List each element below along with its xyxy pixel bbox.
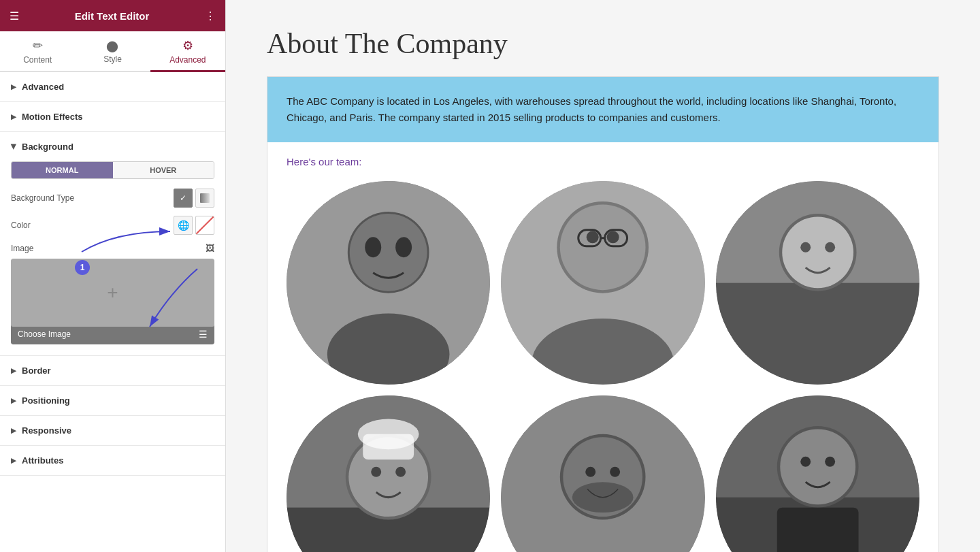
color-clear-btn[interactable] (195, 216, 214, 235)
monitor-icon: 🖼 (206, 243, 214, 253)
section-motion-label: Motion Effects (22, 112, 83, 122)
section-positioning: ▶ Positioning (0, 386, 225, 416)
section-motion: ▶ Motion Effects (0, 102, 225, 132)
main-content: About The Company The ABC Company is loc… (226, 0, 980, 552)
team-member-6-img (716, 395, 919, 552)
hamburger-icon[interactable]: ☰ (10, 10, 19, 22)
blue-banner: The ABC Company is located in Los Angele… (267, 77, 938, 142)
plus-icon: + (107, 282, 118, 304)
svg-rect-44 (777, 508, 858, 552)
team-member-2 (501, 181, 704, 385)
gradient-icon (200, 193, 210, 203)
svg-point-22 (825, 242, 835, 253)
tab-content[interactable]: ✏ Content (0, 31, 75, 72)
team-member-1 (287, 181, 490, 385)
section-responsive: ▶ Responsive (0, 416, 225, 446)
svg-point-7 (395, 237, 412, 257)
color-label: Color (11, 221, 31, 230)
svg-point-13 (607, 231, 619, 243)
team-member-4 (287, 395, 490, 552)
svg-point-27 (371, 467, 381, 477)
bg-type-label: Background Type (11, 193, 74, 203)
section-advanced-header[interactable]: ▶ Advanced (0, 72, 225, 101)
tab-advanced[interactable]: ⚙ Advanced (150, 31, 225, 72)
tab-advanced-label: Advanced (169, 55, 206, 65)
section-attributes-header[interactable]: ▶ Attributes (0, 446, 225, 475)
team-member-5-img (501, 395, 704, 552)
advanced-arrow: ▶ (11, 83, 16, 91)
motion-arrow: ▶ (11, 113, 16, 120)
bg-type-row: Background Type ✓ (11, 189, 214, 208)
image-upload-wrapper: + Choose Image ☰ (11, 259, 214, 344)
color-row: Color 🌐 (11, 216, 214, 235)
grid-icon[interactable]: ⋮ (205, 10, 216, 22)
svg-point-5 (350, 214, 427, 291)
background-content: NORMAL HOVER Background Type ✓ (0, 161, 225, 355)
bg-type-classic-btn[interactable]: ✓ (174, 189, 193, 208)
svg-rect-18 (716, 283, 919, 385)
choose-image-icon: ☰ (199, 329, 208, 340)
section-background-header[interactable]: ▶ Background (0, 132, 225, 161)
content-area: The ABC Company is located in Los Angele… (267, 76, 939, 552)
section-attributes-label: Attributes (22, 455, 63, 466)
bg-tab-hover[interactable]: HOVER (113, 162, 214, 178)
svg-point-20 (782, 216, 853, 288)
svg-point-42 (800, 457, 811, 467)
collapse-handle[interactable]: ◀ (225, 263, 226, 290)
svg-point-28 (395, 467, 406, 477)
bg-tabs: NORMAL HOVER (11, 161, 214, 179)
checkmark-icon: ✓ (180, 193, 186, 203)
section-border: ▶ Border (0, 356, 225, 386)
svg-point-35 (610, 467, 620, 477)
page-title: About The Company (267, 27, 939, 60)
svg-point-41 (780, 429, 855, 505)
tab-content-label: Content (23, 55, 52, 65)
team-member-2-img (501, 181, 704, 385)
section-background: ▶ Background NORMAL HOVER Background Typ… (0, 132, 225, 356)
bg-type-controls: ✓ (174, 189, 214, 208)
panel-tabs: ✏ Content ⬤ Style ⚙ Advanced (0, 31, 225, 72)
section-responsive-label: Responsive (22, 425, 71, 436)
svg-point-43 (825, 457, 835, 467)
team-member-5 (501, 395, 704, 552)
svg-point-34 (586, 467, 596, 477)
section-responsive-header[interactable]: ▶ Responsive (0, 416, 225, 445)
bg-tab-normal[interactable]: NORMAL (12, 162, 113, 178)
svg-point-6 (365, 237, 381, 257)
team-member-4-img (287, 395, 490, 552)
team-member-6 (716, 395, 919, 552)
section-advanced: ▶ Advanced (0, 72, 225, 102)
team-grid (287, 181, 919, 552)
globe-icon: 🌐 (178, 220, 189, 231)
color-globe-btn[interactable]: 🌐 (174, 216, 193, 235)
section-background-label: Background (22, 142, 74, 152)
section-motion-header[interactable]: ▶ Motion Effects (0, 102, 225, 131)
image-label: Image (11, 244, 33, 253)
section-border-label: Border (22, 366, 51, 376)
positioning-arrow: ▶ (11, 397, 16, 404)
team-section: Here's our team: (267, 142, 938, 552)
choose-image-label: Choose Image (18, 329, 71, 339)
responsive-arrow: ▶ (11, 427, 16, 434)
banner-text: The ABC Company is located in Los Angele… (287, 93, 919, 126)
content-icon: ✏ (33, 38, 43, 53)
section-positioning-header[interactable]: ▶ Positioning (0, 386, 225, 415)
image-row: Image 🖼 (11, 243, 214, 253)
image-upload-area[interactable]: + (11, 259, 214, 327)
panel-content: ▶ Advanced ▶ Motion Effects ▶ Background… (0, 72, 225, 552)
choose-image-bar[interactable]: Choose Image ☰ (11, 324, 214, 344)
tab-style[interactable]: ⬤ Style (75, 31, 150, 72)
svg-point-10 (560, 204, 646, 290)
panel-header: ☰ Edit Text Editor ⋮ (0, 0, 225, 31)
style-icon: ⬤ (106, 39, 118, 52)
section-positioning-label: Positioning (22, 395, 70, 406)
bg-type-gradient-btn[interactable] (195, 189, 214, 208)
section-border-header[interactable]: ▶ Border (0, 356, 225, 385)
team-member-1-img (287, 181, 490, 385)
svg-point-30 (358, 419, 419, 450)
svg-point-21 (800, 242, 811, 253)
panel-title: Edit Text Editor (75, 10, 150, 22)
attributes-arrow: ▶ (11, 457, 16, 464)
color-controls: 🌐 (174, 216, 214, 235)
section-advanced-label: Advanced (22, 82, 64, 92)
